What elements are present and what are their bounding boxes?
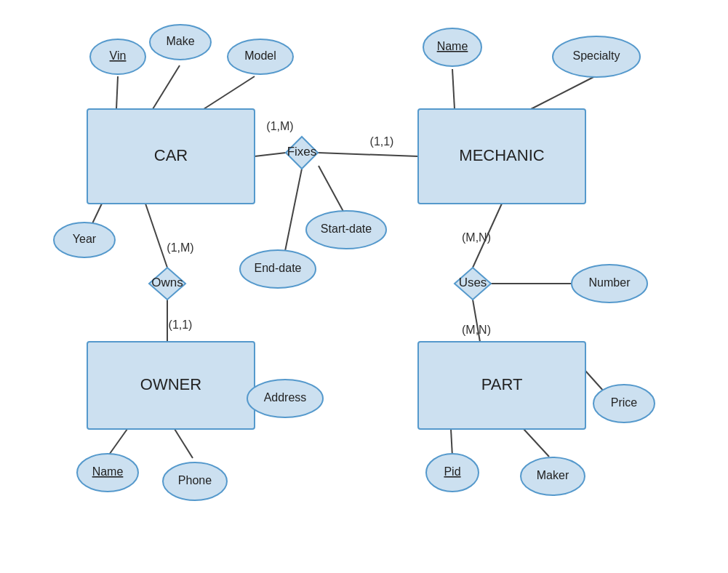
line-fixes-startdate — [319, 166, 346, 217]
rel-fixes-label: Fixes — [287, 145, 317, 159]
entity-owner-label: OWNER — [140, 375, 201, 393]
line-car-make — [153, 65, 180, 109]
card-owns-owner: (1,1) — [169, 318, 193, 331]
attr-make-label: Make — [166, 35, 194, 47]
rel-uses-label: Uses — [459, 276, 487, 289]
line-mech-name — [452, 69, 455, 109]
attr-specialty-label: Specialty — [573, 49, 620, 62]
attr-price-label: Price — [611, 396, 638, 409]
attr-maker-label: Maker — [537, 469, 569, 481]
line-owner-name — [108, 429, 127, 457]
attr-year-label: Year — [73, 233, 97, 245]
attr-mech-name-label: Name — [437, 40, 468, 52]
attr-phone-label: Phone — [178, 474, 212, 486]
attr-end-date-label: End-date — [255, 262, 302, 274]
line-car-fixes — [255, 153, 286, 156]
rel-owns-label: Owns — [151, 276, 183, 289]
line-part-maker — [524, 429, 549, 457]
attr-start-date-label: Start-date — [321, 223, 372, 235]
entity-car-label: CAR — [154, 146, 188, 164]
attr-number-label: Number — [589, 276, 631, 289]
card-owns-car: (1,M) — [167, 241, 193, 254]
entity-mechanic-label: MECHANIC — [459, 146, 544, 164]
line-car-model — [204, 76, 255, 109]
attr-address-label: Address — [264, 391, 307, 404]
attr-vin-label: Vin — [110, 49, 127, 62]
line-mech-specialty — [531, 76, 595, 109]
line-part-pid — [451, 429, 452, 457]
entity-part-label: PART — [481, 375, 523, 393]
card-fixes-mech: (1,1) — [370, 135, 394, 148]
attr-pid-label: Pid — [444, 465, 460, 478]
line-car-owns — [145, 204, 167, 268]
line-owner-phone — [175, 429, 193, 458]
line-fixes-mechanic — [318, 153, 418, 156]
attr-owner-name-label: Name — [92, 465, 124, 478]
attr-model-label: Model — [244, 49, 276, 62]
line-fixes-enddate — [284, 169, 302, 258]
card-fixes-car: (1,M) — [266, 120, 293, 132]
card-uses-mech: (M,N) — [462, 231, 491, 244]
card-uses-part: (M,N) — [462, 324, 491, 336]
line-car-vin — [116, 76, 118, 109]
